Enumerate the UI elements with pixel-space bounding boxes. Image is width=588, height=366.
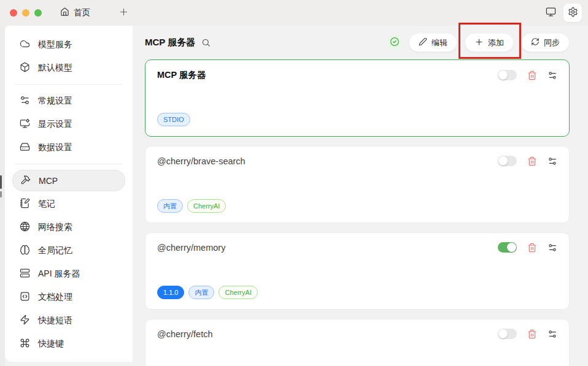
settings-sidebar: 模型服务 默认模型 常规设置 (5, 26, 133, 362)
monitor-gear-icon (20, 118, 30, 131)
sidebar-item-label: API 服务器 (38, 269, 80, 280)
server-enable-toggle[interactable] (498, 156, 517, 166)
mcp-server-card[interactable]: MCP 服务器 STDIO (145, 59, 570, 137)
sidebar-item-default-models[interactable]: 默认模型 (12, 57, 125, 78)
server-tag: STDIO (157, 113, 190, 126)
search-icon[interactable] (201, 38, 211, 47)
sidebar-item-data-settings[interactable]: 数据设置 (12, 137, 125, 158)
home-icon (60, 7, 69, 18)
page-title: MCP 服务器 (145, 37, 195, 48)
sidebar-item-display-settings[interactable]: 显示设置 (12, 113, 125, 135)
refresh-icon (531, 37, 540, 48)
sidebar-divider (15, 84, 123, 85)
package-icon (20, 62, 30, 74)
command-icon (20, 338, 30, 350)
sidebar-item-label: MCP (39, 176, 58, 186)
brain-icon (20, 245, 30, 257)
minimize-window-button[interactable] (22, 9, 29, 17)
add-button[interactable]: 添加 (465, 33, 514, 52)
server-version-tag: 1.1.0 (157, 286, 184, 299)
close-window-button[interactable] (10, 9, 17, 17)
hard-drive-icon (20, 142, 30, 154)
sidebar-item-label: 文档处理 (38, 292, 72, 303)
window-left-gutter (0, 26, 5, 366)
server-name: MCP 服务器 (157, 69, 498, 81)
sliders-icon (20, 95, 30, 107)
edit-button[interactable]: 编辑 (409, 33, 457, 52)
zoom-window-button[interactable] (34, 9, 42, 17)
hammer-icon (20, 175, 31, 187)
sidebar-item-global-memory[interactable]: 全局记忆 (12, 240, 125, 261)
tab-home[interactable]: 首页 (60, 7, 90, 18)
notebook-pen-icon (20, 198, 30, 210)
sidebar-item-label: 模型服务 (38, 39, 72, 50)
sidebar-item-label: 全局记忆 (38, 245, 72, 256)
settings-button[interactable] (563, 4, 582, 22)
trash-icon[interactable] (527, 329, 537, 339)
sidebar-item-notes[interactable]: 笔记 (12, 193, 125, 215)
server-enable-toggle[interactable] (498, 329, 517, 339)
sidebar-item-document-processing[interactable]: 文档处理 (12, 286, 125, 308)
server-enable-toggle[interactable] (498, 70, 517, 80)
pencil-icon (419, 37, 427, 48)
sidebar-item-mcp[interactable]: MCP (12, 170, 125, 191)
sidebar-item-label: 笔记 (38, 199, 55, 210)
server-settings-icon[interactable] (547, 243, 557, 253)
trash-icon[interactable] (527, 156, 537, 166)
server-tag: CherryAI (187, 199, 226, 213)
server-settings-icon[interactable] (547, 156, 557, 166)
mcp-servers-panel: MCP 服务器 (133, 26, 588, 366)
trash-icon[interactable] (527, 71, 537, 80)
server-icon (20, 268, 30, 280)
mcp-server-card[interactable]: @cherry/brave-search 内置 (145, 146, 570, 223)
server-tag: 内置 (157, 199, 183, 213)
sidebar-item-label: 数据设置 (38, 142, 72, 153)
app-window: 首页 (0, 0, 588, 366)
mcp-panel-header: MCP 服务器 (145, 26, 570, 59)
sync-button[interactable]: 同步 (521, 33, 570, 52)
traffic-lights (10, 9, 42, 17)
monitor-icon (546, 7, 556, 20)
new-tab-button[interactable] (118, 7, 129, 20)
server-settings-icon[interactable] (547, 329, 557, 339)
sidebar-item-label: 显示设置 (38, 119, 72, 130)
zap-icon (20, 315, 30, 327)
plus-icon (474, 37, 484, 48)
server-name: @cherry/fetch (157, 329, 498, 339)
mcp-server-card[interactable]: @cherry/fetch (145, 319, 570, 366)
server-enable-toggle[interactable] (498, 242, 517, 253)
sidebar-item-model-services[interactable]: 模型服务 (12, 34, 125, 55)
server-tag: CherryAI (219, 286, 257, 299)
status-ok-badge (387, 36, 401, 50)
settings-content: 模型服务 默认模型 常规设置 (0, 26, 588, 366)
plus-icon (118, 7, 129, 20)
window-edge-artifact (0, 191, 2, 197)
check-circle-icon (390, 37, 400, 49)
sidebar-item-web-search[interactable]: 网络搜索 (12, 216, 125, 238)
server-name: @cherry/brave-search (157, 156, 498, 166)
mcp-server-list: MCP 服务器 STDIO (145, 59, 570, 366)
cloud-icon (20, 39, 30, 51)
sidebar-item-api-server[interactable]: API 服务器 (12, 263, 125, 284)
server-tag: 内置 (188, 286, 214, 299)
sidebar-divider (15, 164, 123, 164)
sidebar-item-label: 快捷短语 (38, 315, 72, 326)
file-code-icon (20, 291, 30, 303)
server-settings-icon[interactable] (547, 71, 557, 80)
sidebar-item-label: 快捷键 (38, 338, 64, 349)
sidebar-item-general-settings[interactable]: 常规设置 (12, 90, 125, 112)
sidebar-item-label: 默认模型 (38, 63, 72, 74)
sync-button-label: 同步 (544, 37, 560, 48)
sidebar-item-shortcuts[interactable]: 快捷键 (12, 333, 125, 354)
add-button-label: 添加 (488, 37, 504, 48)
title-bar: 首页 (0, 0, 588, 26)
window-edge-artifact (0, 175, 2, 189)
minimize-to-tray-button[interactable] (541, 4, 560, 22)
mcp-server-card[interactable]: @cherry/memory 1.1.0 (145, 232, 570, 310)
sidebar-item-quick-phrases[interactable]: 快捷短语 (12, 310, 125, 331)
tab-home-label: 首页 (74, 7, 90, 18)
edit-button-label: 编辑 (431, 37, 447, 48)
server-name: @cherry/memory (157, 243, 498, 253)
sidebar-item-label: 网络搜索 (38, 222, 72, 233)
trash-icon[interactable] (527, 243, 537, 253)
